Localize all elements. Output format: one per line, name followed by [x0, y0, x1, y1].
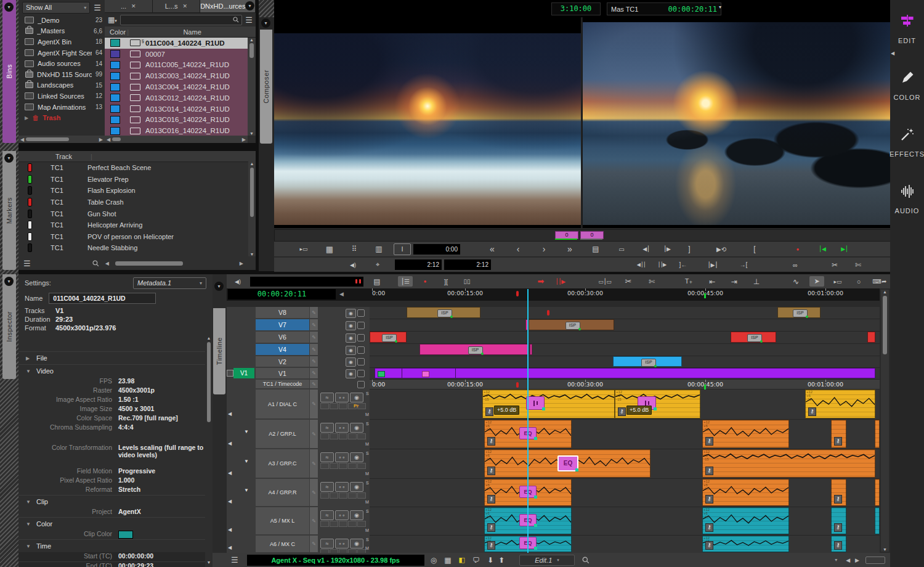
collapse-left-icon[interactable]: ◀	[228, 527, 232, 532]
monitor-button[interactable]: ◉	[346, 309, 356, 318]
frame-forward-icon[interactable]: ⎮▶	[660, 244, 675, 255]
bins-panel-tab[interactable]: ▾ Bins	[2, 0, 16, 143]
clip-A1[interactable]: +12 +6 -15⚷	[805, 390, 875, 418]
scroll-up-icon[interactable]: ▲	[249, 38, 254, 42]
section-header-video[interactable]: ▼Video	[18, 364, 205, 377]
expand-caret-icon[interactable]: ▼	[244, 487, 249, 493]
track-name-TC1[interactable]: TC1 / Timecode	[256, 380, 309, 388]
overwrite-icon[interactable]: ➡	[533, 276, 548, 287]
source-patch-V1[interactable]: V1	[233, 368, 254, 378]
field-value[interactable]: 00:00:29:23	[118, 562, 153, 567]
view-mode-icon[interactable]: ▦▾	[108, 15, 117, 24]
mute-button[interactable]: M	[365, 546, 369, 550]
clip-color-swatch[interactable]	[110, 61, 120, 69]
marker-color-chip[interactable]	[28, 186, 32, 195]
select-button[interactable]	[357, 322, 365, 329]
clip-V4[interactable]	[530, 344, 532, 355]
bin-clip-row[interactable]: A013C016_140224_R1UD	[105, 115, 248, 126]
marker-name[interactable]: Perfect Beach Scene	[87, 164, 151, 171]
list-view-icon[interactable]: ▤	[588, 244, 603, 255]
fast-forward-icon[interactable]: »	[562, 244, 577, 255]
monitor-button[interactable]: ◉	[346, 321, 356, 330]
tc-menu-chevron-icon[interactable]: ▾	[719, 4, 721, 10]
keyboard-map-icon[interactable]: ⌨➦	[872, 276, 887, 287]
bin-list-item[interactable]: Linked Sources12	[18, 91, 105, 102]
bins-hscroll[interactable]	[26, 137, 69, 141]
bin-list-item[interactable]: DNxHD 115 Sources99	[18, 69, 105, 80]
step-back-icon[interactable]: ‹	[511, 244, 525, 255]
monitor-button[interactable]: ◉	[350, 482, 363, 492]
track-header-A2[interactable]: A2 / GRP.L✎▼◀≈∘∘◉SM	[227, 420, 370, 449]
bin-vscroll[interactable]	[249, 43, 254, 58]
monitor-button[interactable]: ◉	[350, 510, 363, 520]
segment-insert-icon[interactable]: ▸▭	[830, 276, 845, 287]
solo-button[interactable]: S	[366, 509, 369, 513]
clip-A6[interactable]: ⚷	[831, 536, 846, 552]
scissors-icon[interactable]: ✂	[827, 259, 842, 270]
clip-V6[interactable]: ISP	[370, 332, 407, 343]
search-icon[interactable]	[582, 557, 590, 564]
marker-color-chip[interactable]	[28, 232, 32, 241]
col-color-header[interactable]: Color	[110, 28, 126, 36]
bin-list-item[interactable]: AgentX Bin18	[18, 36, 105, 47]
automation-button[interactable]: ∘∘	[335, 423, 349, 433]
solo-button[interactable]: S	[366, 391, 369, 396]
monitor-button[interactable]: ◉	[350, 393, 363, 402]
bin-list-item[interactable]: Landscapes15	[18, 80, 105, 91]
trim-mode-icon[interactable]: ✄	[851, 259, 865, 270]
pencil-column[interactable]: ✎	[310, 536, 318, 552]
eq-effect-chip[interactable]: EQ	[557, 455, 578, 471]
composer-grab-icon[interactable]: ▾	[261, 18, 270, 28]
io-duration-display[interactable]: 2:12	[395, 259, 442, 270]
monitor-button[interactable]: ◉	[346, 346, 356, 355]
clip-V6[interactable]	[867, 332, 875, 343]
select-button[interactable]	[357, 309, 365, 317]
text-tool-icon[interactable]: T₊	[681, 276, 696, 287]
waveform-button[interactable]: ≈	[320, 510, 334, 520]
waveform-button[interactable]: ≈	[320, 423, 334, 433]
track-name-V2[interactable]: V2	[256, 356, 309, 367]
expand-caret-icon[interactable]: ▶	[25, 115, 28, 121]
select-button[interactable]	[357, 370, 365, 377]
workspace-effects[interactable]: EFFECTS	[890, 127, 924, 158]
trim-a-icon[interactable]: ][	[439, 276, 453, 287]
marker-row[interactable]: TC1POV of person on Helicopter	[18, 231, 256, 243]
scissors-icon[interactable]: ✂	[621, 276, 636, 287]
clip-V4[interactable]: ISP	[419, 344, 529, 355]
collapse-left-icon[interactable]: ◀	[228, 470, 232, 476]
clip-name[interactable]: 011C004_140224_R1UD	[145, 39, 225, 47]
timeline-vscroll[interactable]	[883, 296, 887, 354]
lift-icon[interactable]: ⊥	[749, 276, 764, 287]
bin-panel-grab-icon[interactable]: ▾	[245, 1, 254, 10]
clip-V8[interactable]: ISP	[777, 307, 821, 318]
track-name-A3[interactable]: A3 / GRP.C	[256, 449, 309, 478]
track-header-A6[interactable]: A6 / MX C✎◀≈∘∘◉SM	[227, 536, 370, 553]
media-status-icon[interactable]: ◧	[458, 556, 464, 564]
focus-button[interactable]: ⎮☰	[398, 276, 413, 287]
clip-name[interactable]: A013C004_140224_R1UD	[145, 83, 230, 91]
record-target-icon[interactable]: ◎	[431, 556, 437, 565]
clip-A5[interactable]: +12 +6 -15⚷	[702, 507, 789, 534]
marker-row[interactable]: TC1Gun Shot	[18, 208, 256, 219]
clip-name[interactable]: A013C016_140224_R1UD	[145, 116, 230, 123]
splice-icon[interactable]: ⇥	[727, 276, 742, 287]
scroll-up-icon[interactable]: ▲	[250, 161, 254, 166]
track-header-V1[interactable]: V1✎V1◉	[227, 368, 370, 379]
scroll-down-icon[interactable]: ▼	[883, 547, 887, 552]
play-loop-icon[interactable]: ▶⟲	[714, 244, 729, 255]
track-header-V6[interactable]: V6✎◉	[227, 332, 370, 343]
clip-A3[interactable]: +12 +6 -15⚷	[702, 449, 875, 478]
bin-clip-row[interactable]: A011C005_140224_R1UD	[105, 60, 248, 71]
mark-in-icon[interactable]: [	[747, 244, 762, 255]
step-back-field-icon[interactable]: ◀⎮⎮	[634, 259, 649, 270]
marker-color-chip[interactable]	[28, 243, 32, 252]
clip-V8[interactable]: ISP	[407, 307, 480, 318]
clear-in-icon[interactable]: →[	[736, 259, 751, 270]
marker-row[interactable]: TC1Elevator Prep	[18, 174, 256, 186]
scroll-down-icon[interactable]: ▼	[207, 560, 211, 565]
record-monitor[interactable]	[583, 17, 890, 228]
name-field[interactable]: 011C004_140224_R1UD	[49, 293, 156, 304]
arrow-down-icon[interactable]: ⬇	[487, 556, 493, 565]
scroll-right-icon[interactable]: ▶	[242, 137, 246, 142]
bin-list-item[interactable]: AgentX Fight Scene64	[18, 47, 105, 59]
